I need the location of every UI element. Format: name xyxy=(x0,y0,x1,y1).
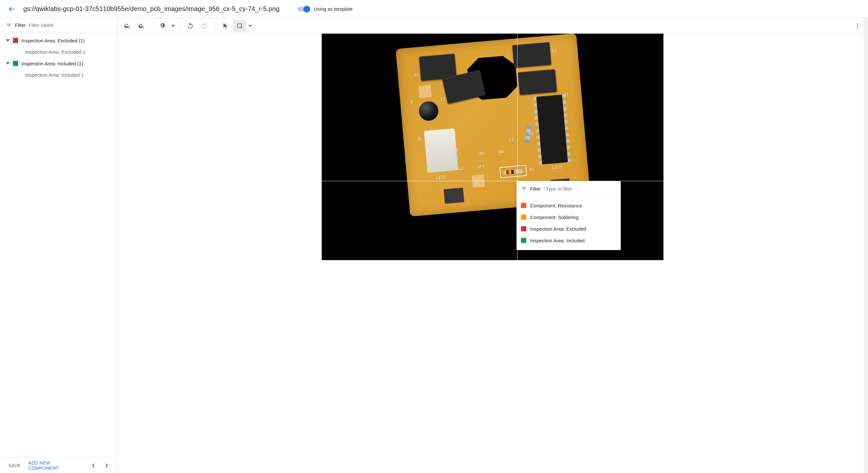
silkscreen-label: C3 xyxy=(453,148,459,153)
color-chip-excluded xyxy=(13,38,18,43)
toolbar-separator xyxy=(152,21,152,30)
brightness-dropdown[interactable] xyxy=(170,25,176,27)
silkscreen-label: R2 xyxy=(528,131,534,136)
group-label-included: Inspection Area: Included (1) xyxy=(21,61,83,66)
caret-down-icon xyxy=(249,25,252,27)
color-chip xyxy=(521,226,526,231)
add-new-component-button[interactable]: ADD NEW COMPONENT xyxy=(29,461,80,471)
silkscreen-label: LED1 xyxy=(552,164,563,170)
popover-option-soldering[interactable]: Component: Soldering xyxy=(517,211,621,223)
color-chip xyxy=(521,215,526,220)
zoom-out-button[interactable] xyxy=(121,20,134,32)
silkscreen-label: DUAL2 xyxy=(451,166,464,172)
resistor-r1 xyxy=(503,169,523,175)
next-image-button[interactable] xyxy=(101,460,112,471)
toggle-label: Using as template xyxy=(314,6,353,12)
more-vert-icon xyxy=(855,23,861,29)
popover-filter-input[interactable] xyxy=(544,186,616,192)
group-header-excluded[interactable]: Inspection Area: Excluded (1) xyxy=(0,34,117,46)
svg-rect-0 xyxy=(238,24,242,28)
undo-button[interactable] xyxy=(184,20,197,32)
box-tool-dropdown[interactable] xyxy=(248,25,253,27)
silkscreen-label: S1 xyxy=(414,72,420,77)
image-viewport[interactable]: S1 S2 3 5 U1 C2 C3 J1 R2 R4 R5 R1 JP1 DU… xyxy=(117,34,868,473)
sidebar-filter-bar: Filter xyxy=(0,18,117,32)
label-tree: Inspection Area: Excluded (1) Inspection… xyxy=(0,32,117,458)
back-button[interactable] xyxy=(5,3,18,15)
component-s3 xyxy=(518,69,557,95)
chevron-left-icon xyxy=(90,462,97,469)
silkscreen-label: EC xyxy=(440,97,446,102)
svg-point-3 xyxy=(857,27,858,28)
arrow-back-icon xyxy=(8,5,16,13)
undo-icon xyxy=(187,22,194,29)
sidebar-filter-input[interactable] xyxy=(29,22,112,28)
bounding-box-tool-button[interactable] xyxy=(234,20,246,32)
group-label-excluded: Inspection Area: Excluded (1) xyxy=(21,38,85,43)
silkscreen-label: U1 xyxy=(563,92,569,97)
popover-option-label: Inspection Area: Included xyxy=(530,238,585,243)
color-chip xyxy=(521,203,526,208)
prev-image-button[interactable] xyxy=(88,460,99,471)
popover-filter-bar: Filter xyxy=(517,181,621,196)
silkscreen-label: JP1 xyxy=(477,164,485,169)
tree-item-excluded-1[interactable]: Inspection Area: Excluded 1 xyxy=(0,46,117,57)
popover-option-resistance[interactable]: Component: Resistance xyxy=(517,200,621,211)
redo-icon xyxy=(201,22,208,29)
filter-icon xyxy=(521,186,527,192)
template-toggle[interactable] xyxy=(298,7,309,11)
led2-component xyxy=(444,188,464,204)
silkscreen-label: 3 xyxy=(410,99,413,104)
save-button[interactable]: SAVE xyxy=(8,463,21,468)
selection-box-r1[interactable] xyxy=(499,165,527,178)
pointer-tool-button[interactable] xyxy=(219,20,232,32)
popover-option-label: Component: Resistance xyxy=(530,203,582,208)
silkscreen-label: S2 xyxy=(552,48,557,53)
solder-pad xyxy=(418,85,432,98)
filter-icon xyxy=(6,22,12,28)
component-s2 xyxy=(512,42,552,68)
filter-label: Filter xyxy=(15,22,26,28)
toolbar-separator xyxy=(180,21,180,30)
silkscreen-label: 5 xyxy=(418,136,421,141)
chevron-down-icon xyxy=(6,61,10,65)
silkscreen-label: C2 xyxy=(508,137,514,142)
brightness-button[interactable] xyxy=(156,20,169,32)
canvas-area: S1 S2 3 5 U1 C2 C3 J1 R2 R4 R5 R1 JP1 DU… xyxy=(117,18,868,473)
silkscreen-label: R4 xyxy=(499,149,504,154)
popover-option-label: Component: Soldering xyxy=(530,215,578,220)
zoom-in-icon xyxy=(138,22,145,29)
left-sidebar: Filter Inspection Area: Excluded (1) Ins… xyxy=(0,18,117,473)
capacitor xyxy=(418,101,439,122)
color-chip xyxy=(521,238,526,243)
tree-item-included-1[interactable]: Inspection Area: Included 1 xyxy=(0,69,117,80)
cursor-icon xyxy=(222,23,229,29)
scrollbar-track[interactable] xyxy=(864,18,868,473)
top-bar: gs://qwiklabs-gcp-01-37c5110b955e/demo_p… xyxy=(0,0,868,18)
canvas-toolbar xyxy=(117,18,868,34)
svg-point-1 xyxy=(857,23,858,24)
label-selector-popover: Filter Component: Resistance Component: … xyxy=(517,181,621,250)
silkscreen-label: R1 xyxy=(529,167,535,172)
bounding-box-icon xyxy=(237,23,243,29)
chevron-down-icon xyxy=(6,38,10,42)
popover-option-label: Inspection Area: Excluded xyxy=(530,226,586,232)
popover-option-included[interactable]: Inspection Area: Included xyxy=(517,234,621,246)
silkscreen-label: R5 xyxy=(479,151,485,156)
silkscreen-label: J1 xyxy=(454,156,459,161)
zoom-out-icon xyxy=(124,22,131,29)
popover-option-list: Component: Resistance Component: Solderi… xyxy=(517,196,621,250)
caret-down-icon xyxy=(172,25,175,27)
image-canvas: S1 S2 3 5 U1 C2 C3 J1 R2 R4 R5 R1 JP1 DU… xyxy=(322,34,663,260)
redo-button[interactable] xyxy=(198,20,211,32)
color-chip-included xyxy=(13,61,18,66)
brightness-icon xyxy=(159,22,166,29)
silkscreen-label: LED2 xyxy=(436,175,446,180)
group-header-included[interactable]: Inspection Area: Included (1) xyxy=(0,57,117,69)
zoom-in-button[interactable] xyxy=(135,20,148,32)
sidebar-footer: SAVE ADD NEW COMPONENT xyxy=(0,458,117,473)
popover-option-excluded[interactable]: Inspection Area: Excluded xyxy=(517,223,621,234)
more-menu-button[interactable] xyxy=(851,20,864,32)
toolbar-separator xyxy=(215,21,215,30)
svg-point-2 xyxy=(857,25,858,26)
